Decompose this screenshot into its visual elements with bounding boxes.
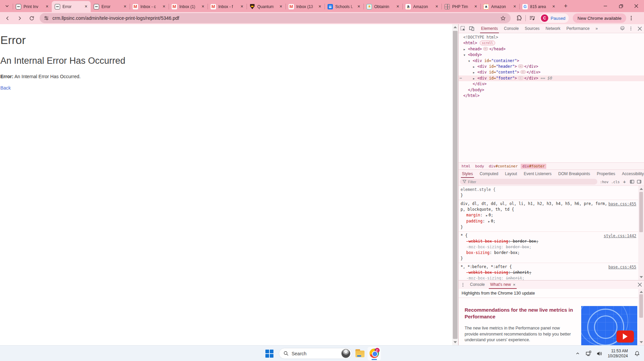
- drawer-tab-console[interactable]: Console: [467, 280, 487, 289]
- dock-sidebar-icon[interactable]: [637, 179, 641, 184]
- browser-tab[interactable]: Inbox - c×: [130, 1, 169, 12]
- close-tab-button[interactable]: ×: [161, 4, 167, 9]
- breadcrumb-item[interactable]: div#container: [487, 164, 519, 169]
- minimize-button[interactable]: [598, 0, 613, 12]
- browser-tab[interactable]: Obtainin×: [363, 1, 402, 12]
- profile-chip[interactable]: C Paused: [540, 13, 569, 23]
- expand-arrow-icon[interactable]: ▶: [473, 64, 475, 70]
- css-declaration[interactable]: padding: ▶0;: [461, 218, 636, 224]
- sidebar-tab-dom-breakpoints[interactable]: DOM Breakpoints: [555, 170, 594, 178]
- inspect-element-button[interactable]: [459, 24, 467, 33]
- browser-tab[interactable]: Error×: [52, 1, 91, 12]
- sidebar-tab-event-listeners[interactable]: Event Listeners: [520, 170, 555, 178]
- page-scrollbar[interactable]: [452, 24, 458, 345]
- drawer-tab-what's-new[interactable]: What's new×: [487, 280, 518, 289]
- scroll-down-arrow[interactable]: [640, 341, 643, 343]
- new-tab-button[interactable]: +: [561, 1, 570, 11]
- network-button[interactable]: [584, 349, 593, 358]
- site-settings-icon[interactable]: [44, 15, 49, 21]
- browser-tab[interactable]: Print Inv×: [13, 1, 52, 12]
- browser-tab[interactable]: Error×: [91, 1, 130, 12]
- sidebar-tab-properties[interactable]: Properties: [594, 170, 619, 178]
- reload-button[interactable]: [27, 13, 36, 23]
- drawer-menu-button[interactable]: [459, 280, 467, 289]
- sidebar-tab-layout[interactable]: Layout: [502, 170, 520, 178]
- css-declaration[interactable]: -webkit-box-sizing: inherit;: [461, 270, 636, 275]
- breadcrumb-item[interactable]: div#footer: [521, 164, 546, 169]
- rendering-emulation-icon[interactable]: [630, 179, 634, 184]
- styles-filter-input[interactable]: Filter: [460, 179, 597, 185]
- browser-tab[interactable]: Quantum×: [247, 1, 286, 12]
- close-drawer-button[interactable]: [635, 280, 644, 289]
- update-chrome-button[interactable]: New Chrome available: [573, 13, 626, 23]
- breadcrumb-item[interactable]: body: [474, 164, 486, 169]
- browser-tab[interactable]: Schools L×: [325, 1, 363, 12]
- browser-tab[interactable]: PHP Tim×: [441, 1, 480, 12]
- file-explorer-button[interactable]: [355, 349, 364, 357]
- scrollbar-thumb[interactable]: [453, 31, 458, 339]
- dom-tree-row[interactable]: ▶<head>⋯</head>: [459, 46, 644, 52]
- close-tab-button[interactable]: ×: [434, 4, 439, 9]
- expand-arrow-icon[interactable]: ▶: [473, 76, 475, 82]
- browser-tab[interactable]: 815 area×: [519, 1, 558, 12]
- video-thumbnail[interactable]: [581, 306, 637, 345]
- scroll-up-arrow[interactable]: [640, 291, 643, 293]
- play-button[interactable]: [616, 330, 634, 343]
- close-tab-button[interactable]: ×: [122, 4, 128, 9]
- forward-button[interactable]: [15, 13, 24, 23]
- close-tab-button[interactable]: ×: [239, 4, 245, 9]
- stylesheet-link[interactable]: base.css:455: [608, 201, 636, 207]
- browser-tab[interactable]: Inbox (13×: [286, 1, 325, 12]
- sidebar-tab-accessibility[interactable]: Accessibility: [618, 170, 644, 178]
- expand-value-arrow[interactable]: ▶: [486, 214, 487, 217]
- restore-button[interactable]: [613, 0, 629, 12]
- start-button[interactable]: [265, 350, 273, 358]
- extensions-button[interactable]: [515, 14, 523, 22]
- sidebar-tab-styles[interactable]: Styles: [459, 170, 476, 178]
- devtools-tab-elements[interactable]: Elements: [478, 24, 501, 33]
- dom-tree-row[interactable]: ▼<div id="container">: [459, 58, 644, 64]
- whats-new-scrollbar[interactable]: [638, 289, 644, 345]
- expand-arrow-icon[interactable]: ▼: [468, 58, 470, 64]
- browser-tab[interactable]: Amazon×: [402, 1, 441, 12]
- breadcrumb-item[interactable]: html: [460, 164, 472, 169]
- devtools-tab-sources[interactable]: Sources: [522, 24, 543, 33]
- search-highlight-image[interactable]: [341, 349, 350, 358]
- close-tab-button[interactable]: ×: [356, 4, 361, 9]
- scrollbar-thumb[interactable]: [639, 294, 643, 318]
- browser-menu-button[interactable]: [627, 14, 636, 22]
- taskbar-search[interactable]: Search: [279, 348, 352, 359]
- close-tab-button[interactable]: ×: [317, 4, 323, 9]
- css-declaration[interactable]: -webkit-box-sizing: border-box;: [461, 239, 636, 244]
- dom-tree-row[interactable]: <html>scroll: [459, 40, 644, 46]
- devtools-close-button[interactable]: [635, 24, 644, 33]
- toggle-class-editor[interactable]: .cls: [611, 180, 619, 184]
- dom-tree-row[interactable]: ▶<div id="header">⋯</div>: [459, 64, 644, 69]
- close-tab-button[interactable]: ×: [200, 4, 206, 9]
- taskbar-clock[interactable]: 11:53 AM 10/28/2024: [608, 349, 628, 359]
- address-bar[interactable]: crm.llpsinc.com/admin/tele-invoice-print…: [40, 13, 511, 23]
- expand-arrow-icon[interactable]: ▼: [464, 52, 465, 58]
- row-gutter-menu[interactable]: ⋯: [460, 75, 462, 81]
- chrome-taskbar-button[interactable]: C: [368, 347, 381, 360]
- close-tab-button[interactable]: ×: [278, 4, 284, 9]
- close-window-button[interactable]: [629, 0, 644, 12]
- browser-tab[interactable]: Amazon×: [480, 1, 519, 12]
- scrollbar-thumb[interactable]: [639, 192, 643, 232]
- css-declaration[interactable]: -moz-box-sizing: border-box;: [461, 244, 636, 250]
- article-title[interactable]: Recommendations for the new live metrics…: [465, 307, 575, 320]
- close-tab-button[interactable]: ×: [473, 4, 478, 9]
- close-tab-button[interactable]: ×: [395, 4, 400, 9]
- dom-tree-row[interactable]: ⋯▶<div id="footer">⋯</div> == $0: [459, 75, 644, 81]
- expand-arrow-icon[interactable]: ▶: [464, 47, 465, 52]
- expand-value-arrow[interactable]: ▶: [488, 220, 490, 223]
- dom-tree-row[interactable]: ▶<div id="content">⋯</div>: [459, 69, 644, 75]
- more-panels-button[interactable]: »: [593, 24, 601, 33]
- dom-tree-row[interactable]: </div>: [459, 81, 644, 87]
- css-declaration[interactable]: -moz-box-sizing: inherit;: [461, 275, 636, 280]
- devtools-tab-performance[interactable]: Performance: [563, 24, 593, 33]
- devtools-tab-network[interactable]: Network: [543, 24, 563, 33]
- css-declaration[interactable]: box-sizing: border-box;: [461, 250, 636, 256]
- volume-button[interactable]: [595, 349, 604, 358]
- dom-tree-row[interactable]: </body>: [459, 87, 644, 93]
